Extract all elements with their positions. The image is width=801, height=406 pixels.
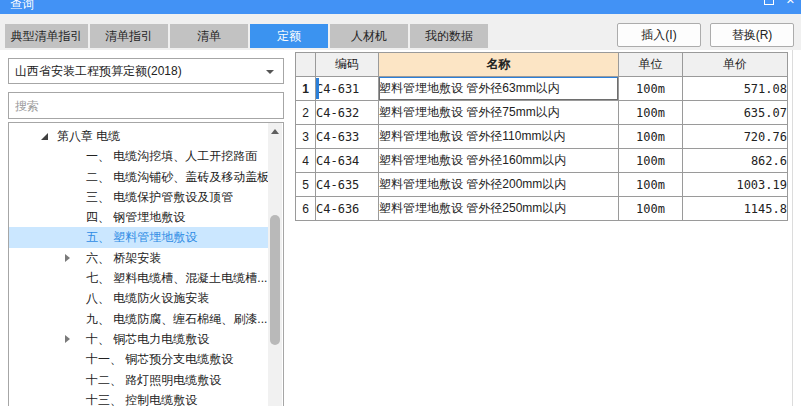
query-dialog: 查询 ✕ 典型清单指引 清单指引 清单 定额 人材机 我的数据 插入(I) 替换…	[0, 0, 801, 406]
title-bar: 查询 ✕	[0, 0, 801, 14]
tree-item-label: 十一、 铜芯预分支电缆敷设	[86, 352, 233, 366]
tree-item-label: 七、 塑料电缆槽、混凝土电缆槽...	[86, 271, 267, 285]
table-row[interactable]: 3 C4-633 塑料管埋地敷设 管外径110mm以内 100m 720.76	[296, 125, 788, 149]
table-header-row: 编码 名称 单位 单价	[296, 53, 788, 77]
tree-item-6[interactable]: 六、 桥架安装	[9, 248, 269, 268]
tree-item-label: 十、 铜芯电力电缆敷设	[86, 332, 209, 346]
code-cell[interactable]: C4-633	[316, 125, 379, 149]
header-price[interactable]: 单价	[683, 53, 788, 77]
close-icon[interactable]: ✕	[786, 0, 795, 6]
tree-item-label: 二、 电缆沟铺砂、盖砖及移动盖板	[86, 170, 269, 184]
tab-my-data[interactable]: 我的数据	[410, 24, 488, 48]
grid-scroll-gutter	[792, 50, 793, 406]
table-row[interactable]: 4 C4-634 塑料管埋地敷设 管外径160mm以内 100m 862.6	[296, 149, 788, 173]
name-cell-focused[interactable]: 塑料管埋地敷设 管外径63mm以内	[379, 77, 619, 101]
row-number: 4	[296, 149, 316, 173]
unit-cell[interactable]: 100m	[619, 197, 683, 221]
unit-cell[interactable]: 100m	[619, 77, 683, 101]
tree-item-13[interactable]: 十三、 控制电缆敷设	[9, 390, 269, 406]
maximize-icon[interactable]	[764, 0, 774, 5]
price-cell[interactable]: 571.08	[683, 77, 788, 101]
tab-quota[interactable]: 定额	[250, 24, 328, 48]
chapter-tree: 第八章 电缆 一、 电缆沟挖填、人工开挖路面 二、 电缆沟铺砂、盖砖及移动盖板 …	[8, 122, 284, 406]
header-corner	[296, 53, 316, 77]
quota-library-value: 山西省安装工程预算定额(2018)	[15, 64, 182, 78]
price-cell[interactable]: 720.76	[683, 125, 788, 149]
tree-item-label: 八、 电缆防火设施安装	[86, 291, 209, 305]
unit-cell[interactable]: 100m	[619, 149, 683, 173]
name-cell[interactable]: 塑料管埋地敷设 管外径110mm以内	[379, 125, 619, 149]
tree-item-label: 十三、 控制电缆敷设	[86, 393, 197, 406]
tree-item-1[interactable]: 一、 电缆沟挖填、人工开挖路面	[9, 146, 269, 166]
row-cursor-indicator	[316, 78, 319, 99]
row-number: 3	[296, 125, 316, 149]
tree-item-label: 三、 电缆保护管敷设及顶管	[86, 190, 233, 204]
search-input[interactable]	[8, 92, 284, 119]
tab-labor-material-machine[interactable]: 人材机	[330, 24, 408, 48]
row-number: 1	[296, 77, 316, 101]
tree-collapsed-icon[interactable]	[65, 335, 70, 343]
tree-item-2[interactable]: 二、 电缆沟铺砂、盖砖及移动盖板	[9, 167, 269, 187]
code-cell[interactable]: C4-636	[316, 197, 379, 221]
insert-button[interactable]: 插入(I)	[617, 23, 701, 47]
row-number: 5	[296, 173, 316, 197]
quota-library-dropdown[interactable]: 山西省安装工程预算定额(2018)	[8, 58, 284, 84]
table-row[interactable]: 1 C4-631 塑料管埋地敷设 管外径63mm以内 100m 571.08	[296, 77, 788, 101]
code-cell[interactable]: C4-631	[316, 77, 379, 101]
tree-item-label: 五、 塑料管埋地敷设	[86, 230, 197, 244]
scrollbar-thumb[interactable]	[270, 215, 280, 345]
name-cell[interactable]: 塑料管埋地敷设 管外径200mm以内	[379, 173, 619, 197]
tree-item-label: 六、 桥架安装	[86, 251, 161, 265]
tree-item-8[interactable]: 八、 电缆防火设施安装	[9, 288, 269, 308]
tree-item-label: 十二、 路灯照明电缆敷设	[86, 373, 221, 387]
tab-list-guide[interactable]: 清单指引	[90, 24, 168, 48]
replace-button[interactable]: 替换(R)	[710, 23, 794, 47]
tree-item-12[interactable]: 十二、 路灯照明电缆敷设	[9, 370, 269, 390]
table-row[interactable]: 5 C4-635 塑料管埋地敷设 管外径200mm以内 100m 1003.19	[296, 173, 788, 197]
tree-item-10[interactable]: 十、 铜芯电力电缆敷设	[9, 329, 269, 349]
row-number: 2	[296, 101, 316, 125]
code-cell[interactable]: C4-632	[316, 101, 379, 125]
price-cell[interactable]: 1145.8	[683, 197, 788, 221]
tree-item-4[interactable]: 四、 钢管埋地敷设	[9, 207, 269, 227]
name-cell[interactable]: 塑料管埋地敷设 管外径160mm以内	[379, 149, 619, 173]
tree-list: 第八章 电缆 一、 电缆沟挖填、人工开挖路面 二、 电缆沟铺砂、盖砖及移动盖板 …	[9, 126, 269, 406]
header-unit[interactable]: 单位	[619, 53, 683, 77]
tree-item-label: 九、 电缆防腐、缠石棉绳、刷漆...	[86, 312, 267, 326]
tree-scrollbar[interactable]	[268, 123, 282, 406]
table-row[interactable]: 6 C4-636 塑料管埋地敷设 管外径250mm以内 100m 1145.8	[296, 197, 788, 221]
tree-item-9[interactable]: 九、 电缆防腐、缠石棉绳、刷漆...	[9, 309, 269, 329]
tree-item-11[interactable]: 十一、 铜芯预分支电缆敷设	[9, 349, 269, 369]
tree-item-chapter8[interactable]: 第八章 电缆	[9, 126, 269, 146]
name-cell[interactable]: 塑料管埋地敷设 管外径75mm以内	[379, 101, 619, 125]
unit-cell[interactable]: 100m	[619, 125, 683, 149]
scroll-up-icon[interactable]	[271, 129, 279, 134]
tree-item-label: 第八章 电缆	[57, 129, 120, 143]
tree-item-7[interactable]: 七、 塑料电缆槽、混凝土电缆槽...	[9, 268, 269, 288]
tree-expanded-icon[interactable]	[41, 133, 48, 140]
tree-item-3[interactable]: 三、 电缆保护管敷设及顶管	[9, 187, 269, 207]
tab-list[interactable]: 清单	[170, 24, 248, 48]
name-cell[interactable]: 塑料管埋地敷设 管外径250mm以内	[379, 197, 619, 221]
price-cell[interactable]: 862.6	[683, 149, 788, 173]
quota-table: 编码 名称 单位 单价 1 C4-631 塑料管埋地敷设 管外径63mm以内 1…	[295, 52, 788, 221]
header-name[interactable]: 名称	[379, 53, 619, 77]
unit-cell[interactable]: 100m	[619, 101, 683, 125]
header-code[interactable]: 编码	[316, 53, 379, 77]
unit-cell[interactable]: 100m	[619, 173, 683, 197]
table-row[interactable]: 2 C4-632 塑料管埋地敷设 管外径75mm以内 100m 635.07	[296, 101, 788, 125]
price-cell[interactable]: 1003.19	[683, 173, 788, 197]
tab-bar: 典型清单指引 清单指引 清单 定额 人材机 我的数据	[5, 24, 488, 48]
tree-collapsed-icon[interactable]	[65, 254, 70, 262]
tab-typical-list-guide[interactable]: 典型清单指引	[5, 24, 88, 48]
tree-item-label: 一、 电缆沟挖填、人工开挖路面	[86, 149, 257, 163]
tree-item-5-selected[interactable]: 五、 塑料管埋地敷设	[9, 227, 269, 247]
code-cell[interactable]: C4-634	[316, 149, 379, 173]
dialog-title: 查询	[10, 0, 34, 13]
row-number: 6	[296, 197, 316, 221]
code-cell[interactable]: C4-635	[316, 173, 379, 197]
chevron-down-icon	[266, 70, 274, 74]
tree-item-label: 四、 钢管埋地敷设	[86, 210, 185, 224]
window-controls: ✕	[764, 0, 795, 6]
price-cell[interactable]: 635.07	[683, 101, 788, 125]
